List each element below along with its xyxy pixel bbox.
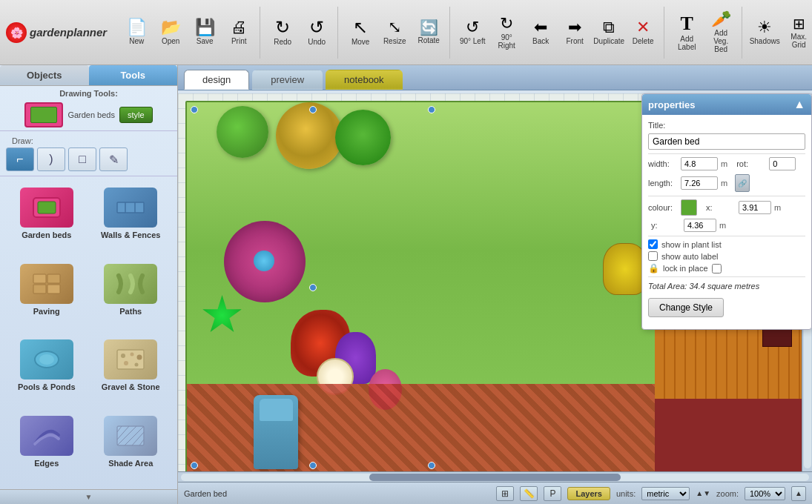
- logo: 🌸 gardenplanner: [6, 22, 107, 43]
- draw-curve-button[interactable]: ): [37, 147, 65, 171]
- 90left-button[interactable]: ↺ 90° Left: [456, 9, 489, 56]
- duplicate-label: Duplicate: [593, 37, 624, 45]
- draw-tools-row: ⌐ ) □ ✎: [0, 147, 177, 176]
- tab-objects[interactable]: Objects: [0, 65, 89, 85]
- show-plant-list-checkbox[interactable]: [648, 239, 658, 249]
- x-unit: m: [774, 203, 781, 212]
- delete-button[interactable]: ✕ Delete: [627, 9, 659, 56]
- resize-button[interactable]: ⤡ Resize: [378, 9, 411, 56]
- max-grid-button[interactable]: ⊞ Max. Grid: [782, 9, 812, 56]
- object-walls-fences[interactable]: Walls & Fences: [90, 182, 172, 256]
- save-button[interactable]: 💾 Save: [188, 9, 221, 56]
- draw-square-button[interactable]: □: [68, 147, 96, 171]
- show-auto-label-checkbox[interactable]: [648, 251, 658, 261]
- front-button[interactable]: ➡ Front: [558, 9, 591, 56]
- scroll-down-button[interactable]: ▼: [0, 489, 177, 504]
- front-label: Front: [567, 37, 584, 45]
- shadows-label: Shadows: [750, 37, 780, 45]
- add-veg-bed-icon: 🥕: [711, 11, 731, 27]
- duplicate-icon: ⧉: [603, 19, 615, 36]
- properties-collapse-button[interactable]: ▲: [793, 99, 805, 110]
- print-button[interactable]: 🖨 Print: [222, 9, 255, 56]
- add-veg-bed-button[interactable]: 🥕 Add Veg. Bed: [704, 9, 737, 56]
- resize-icon: ⤡: [388, 19, 401, 36]
- duplicate-button[interactable]: ⧉ Duplicate: [593, 9, 625, 56]
- h-scroll-thumb[interactable]: [369, 474, 621, 481]
- y-unit: m: [719, 221, 726, 230]
- pin-button[interactable]: P: [544, 486, 561, 501]
- svg-point-10: [39, 354, 54, 365]
- rotate-button[interactable]: 🔄 Rotate: [412, 9, 445, 56]
- save-label: Save: [197, 37, 214, 45]
- grid-button[interactable]: ⊞: [496, 486, 514, 501]
- style-button[interactable]: style: [119, 107, 153, 123]
- drawing-tools-label: Drawing Tools:: [0, 86, 177, 99]
- y-input[interactable]: [684, 219, 716, 232]
- house: [655, 399, 803, 473]
- lock-in-place-row: 🔒 lock in place: [648, 263, 805, 273]
- title-input[interactable]: [648, 133, 805, 150]
- paths-label: Paths: [119, 307, 142, 316]
- rot-input[interactable]: [769, 157, 796, 170]
- tree-2: [276, 102, 343, 169]
- move-button[interactable]: ↖ Move: [344, 9, 377, 56]
- garden-bed-preview-inner: [30, 107, 57, 123]
- tab-preview[interactable]: preview: [252, 70, 323, 90]
- paths-icon: [104, 264, 157, 304]
- draw-section: Draw:: [0, 134, 177, 147]
- colour-swatch[interactable]: [681, 199, 697, 216]
- object-pools-ponds[interactable]: Pools & Ponds: [6, 334, 88, 408]
- rot-label: rot:: [736, 159, 766, 168]
- horizontal-scrollbar[interactable]: [178, 471, 812, 482]
- toolbar: 🌸 gardenplanner 📄 New 📂 Open 💾 Save 🖨 Pr…: [0, 0, 812, 65]
- x-input[interactable]: [739, 201, 771, 214]
- add-label-button[interactable]: T Add Label: [670, 9, 703, 56]
- tab-notebook[interactable]: notebook: [326, 70, 403, 90]
- selection-handle-ml: [309, 284, 317, 291]
- zoom-up-button[interactable]: ▲: [791, 486, 806, 501]
- ruler-button[interactable]: 📏: [520, 486, 538, 501]
- object-paths[interactable]: Paths: [90, 259, 172, 332]
- draw-label: Draw:: [6, 136, 33, 145]
- object-edges[interactable]: Edges: [6, 411, 88, 484]
- length-input[interactable]: [681, 176, 718, 190]
- redo-label: Redo: [274, 38, 291, 46]
- max-grid-label: Max. Grid: [785, 33, 812, 49]
- object-garden-beds[interactable]: Garden beds: [6, 182, 88, 256]
- svg-point-12: [121, 354, 125, 358]
- back-button[interactable]: ⬅ Back: [524, 9, 557, 56]
- new-label: New: [129, 37, 144, 45]
- show-plant-list-row: show in plant list: [648, 239, 805, 249]
- draw-freehand-button[interactable]: ✎: [99, 147, 128, 171]
- save-icon: 💾: [195, 19, 215, 36]
- draw-rect-button[interactable]: ⌐: [6, 147, 34, 171]
- back-label: Back: [532, 37, 549, 45]
- object-gravel-stone[interactable]: Gravel & Stone: [90, 334, 172, 408]
- lock-in-place-checkbox[interactable]: [712, 264, 722, 273]
- tab-tools[interactable]: Tools: [89, 65, 178, 85]
- width-input[interactable]: [681, 157, 718, 170]
- rotate-label: Rotate: [417, 36, 439, 44]
- 90right-button[interactable]: ↻ 90° Right: [490, 9, 523, 56]
- units-select[interactable]: metric imperial: [641, 487, 690, 500]
- new-button[interactable]: 📄 New: [120, 9, 153, 56]
- tab-design[interactable]: design: [184, 70, 249, 90]
- change-style-button[interactable]: Change Style: [648, 298, 724, 317]
- layers-button[interactable]: Layers: [567, 487, 610, 500]
- open-button[interactable]: 📂 Open: [154, 9, 187, 56]
- transform-tools-group: ↖ Move ⤡ Resize 🔄 Rotate: [340, 7, 450, 59]
- 90right-label: 90° Right: [492, 33, 521, 50]
- shadows-button[interactable]: ☀ Shadows: [748, 9, 781, 56]
- svg-rect-1: [38, 202, 56, 213]
- delete-label: Delete: [633, 37, 654, 45]
- paving-icon: [20, 264, 73, 304]
- undo-button[interactable]: ↺ Undo: [300, 9, 333, 56]
- lock-ratio-button[interactable]: 🔗: [735, 174, 750, 192]
- length-label: length:: [648, 179, 678, 188]
- object-shade-area[interactable]: Shade Area: [90, 411, 172, 484]
- properties-header: properties ▲: [642, 94, 811, 115]
- redo-button[interactable]: ↻ Redo: [266, 9, 299, 56]
- zoom-select[interactable]: 100% 75% 50% 150%: [745, 487, 785, 500]
- object-paving[interactable]: Paving: [6, 259, 88, 332]
- length-unit: m: [721, 179, 727, 188]
